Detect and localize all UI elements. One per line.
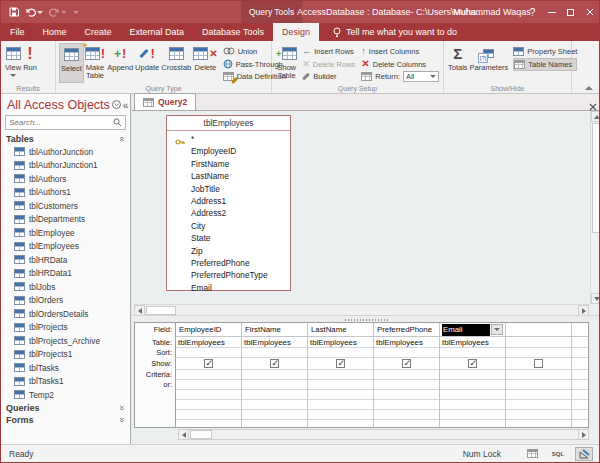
sidebar-item-table[interactable]: tblProjects [1,321,130,335]
show-checkbox[interactable] [468,359,477,368]
show-cell[interactable] [374,358,439,370]
show-cell[interactable] [176,358,241,370]
show-checkbox[interactable] [204,359,213,368]
design-view-button[interactable] [575,447,593,461]
delete-query-button[interactable]: ✕ Delete [192,43,218,83]
crosstab-button[interactable]: Crosstab [160,43,192,83]
field-row[interactable]: PreferredPhoneType [191,269,290,281]
criteria-cell[interactable] [440,370,505,380]
table-cell[interactable]: tblEmployees [242,337,307,348]
undo-button[interactable] [25,7,43,17]
table-cell[interactable] [506,337,571,348]
close-button[interactable] [580,1,599,23]
or-cell[interactable] [242,380,307,390]
ribbon-tab[interactable]: Home [34,23,76,41]
tell-me-box[interactable]: Tell me what you want to do [323,23,467,41]
collapse-ribbon-button[interactable] [585,86,593,90]
field-row[interactable]: FirstName [191,158,290,170]
sidebar-item-table[interactable]: tblJobs [1,280,130,294]
field-list-tblEmployees[interactable]: tblEmployees * EmployeeID FirstName Last… [166,115,291,291]
ribbon-tab[interactable]: File [1,23,34,41]
grid-scroll-thumb[interactable] [190,430,212,439]
query2-tab[interactable]: Query2 [134,93,196,110]
show-checkbox[interactable] [402,359,411,368]
show-checkbox[interactable] [270,359,279,368]
redo-button[interactable] [49,7,67,17]
parameters-button[interactable]: [?] Parameters [469,43,510,83]
vertical-scrollbar[interactable] [590,111,600,304]
show-cell[interactable] [506,358,571,370]
minimize-button[interactable] [542,1,561,23]
search-input[interactable] [9,118,113,127]
field-cell[interactable] [506,323,571,337]
field-row[interactable]: Address1 [191,195,290,207]
update-button[interactable]: ! Update [134,43,160,83]
field-cell[interactable]: PreferredPhone [374,323,439,337]
field-cell[interactable]: FirstName [242,323,307,337]
delete-columns-button[interactable]: ✕ Delete Columns [361,58,439,71]
datasheet-view-button[interactable] [523,447,541,461]
delete-rows-button[interactable]: ✕ Delete Rows [302,58,355,71]
sidebar-item-table[interactable]: tblDepartments [1,213,130,227]
sidebar-item-table[interactable]: tblEmployee [1,226,130,240]
shutter-close-icon[interactable] [123,100,129,111]
table-cell[interactable]: tblEmployees [374,337,439,348]
nav-menu-icon[interactable] [112,100,121,111]
or-cell[interactable] [374,380,439,390]
select-query-button[interactable]: Select [59,43,84,83]
sort-cell[interactable] [242,348,307,358]
field-row[interactable]: JobTitle [191,183,290,195]
sidebar-item-table[interactable]: tblCustomers [1,199,130,213]
sort-cell[interactable] [308,348,373,358]
sort-cell[interactable] [506,348,571,358]
sidebar-item-table[interactable]: Temp2 [1,388,130,402]
show-checkbox[interactable] [534,359,543,368]
criteria-cell[interactable] [374,370,439,380]
tables-section-header[interactable]: Tables [1,133,130,145]
or-cell[interactable] [506,380,571,390]
append-button[interactable]: +! Append [106,43,134,83]
sidebar-item-table[interactable]: tblProjects_Archive [1,334,130,348]
show-cell[interactable] [308,358,373,370]
field-cell[interactable]: EmployeeID [176,323,241,337]
table-cell[interactable]: tblEmployees [308,337,373,348]
sidebar-item-table[interactable]: tblProjects1 [1,348,130,362]
or-cell[interactable] [440,380,505,390]
field-row[interactable]: * [191,133,290,145]
show-table-button[interactable]: + Show Table [275,43,298,83]
scroll-down-button[interactable] [591,293,600,304]
sidebar-item-table[interactable]: tblAuthors [1,172,130,186]
field-cell[interactable]: Email [440,323,505,337]
field-dropdown[interactable] [491,324,503,335]
show-cell[interactable] [440,358,505,370]
grid-scroll-right-button[interactable] [578,429,589,440]
ribbon-tab[interactable]: Database Tools [193,23,273,41]
ribbon-tab[interactable]: Design [273,23,319,41]
customize-qat-button[interactable] [73,11,79,14]
field-row[interactable]: State [191,232,290,244]
field-row[interactable]: PreferredPhone [191,257,290,269]
field-cell[interactable]: LastName [308,323,373,337]
run-button[interactable]: ! Run [22,43,38,83]
sort-cell[interactable] [440,348,505,358]
insert-columns-button[interactable]: ↑ Insert Columns [361,45,439,58]
help-button[interactable]: ? [523,1,542,23]
sidebar-item-table[interactable]: tblOrdersDetails [1,307,130,321]
sql-view-button[interactable]: SQL [549,447,567,461]
show-checkbox[interactable] [336,359,345,368]
field-row[interactable]: Email [191,282,290,294]
or-cell[interactable] [308,380,373,390]
field-row[interactable]: Address2 [191,207,290,219]
grid-scroll-left-button[interactable] [178,429,189,440]
field-row[interactable]: City [191,220,290,232]
sidebar-item-table[interactable]: tblTasks1 [1,375,130,389]
builder-button[interactable]: Builder [302,70,355,83]
scroll-up-button[interactable] [591,111,600,122]
pane-splitter[interactable] [132,315,600,322]
ribbon-tab[interactable]: Create [76,23,121,41]
sidebar-item-table[interactable]: tblHRData1 [1,267,130,281]
show-cell[interactable] [242,358,307,370]
search-box[interactable] [5,115,126,130]
sidebar-item-table[interactable]: tblTasks [1,361,130,375]
criteria-cell[interactable] [176,370,241,380]
